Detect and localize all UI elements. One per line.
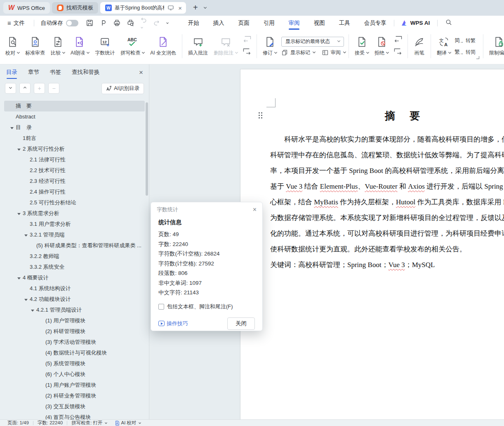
tips-link[interactable]: 操作技巧 — [158, 320, 188, 327]
track-changes-button[interactable]: 修订 — [260, 34, 280, 59]
menu-reference[interactable]: 引用 — [263, 16, 276, 30]
menu-insert[interactable]: 插入 — [212, 16, 225, 30]
menu-view[interactable]: 视图 — [313, 16, 326, 30]
ai-proofread-status[interactable]: AI 校对 — [111, 420, 145, 426]
toc-item[interactable]: 2.3 经济可行性 — [4, 176, 145, 187]
review-pane-button[interactable]: 审阅 — [322, 49, 346, 56]
standard-review-button[interactable]: 标准审查 — [22, 34, 48, 59]
spellcheck-status[interactable]: 拼写检查: 打开 — [67, 420, 111, 426]
autosave-toggle[interactable] — [66, 20, 78, 26]
previous-heading-button[interactable] — [19, 83, 31, 94]
ai-detect-toc-button[interactable]: AI识别目录 — [101, 83, 144, 94]
close-button[interactable]: 关闭 — [227, 317, 255, 330]
collapse-arrow-icon[interactable] — [24, 234, 28, 237]
toc-item[interactable]: (3) 交互反馈模块 — [4, 401, 145, 412]
next-heading-button[interactable] — [5, 83, 16, 94]
collapse-arrow-icon[interactable] — [31, 310, 34, 312]
print-icon[interactable] — [113, 19, 121, 27]
compare-button[interactable]: 比较 — [48, 34, 68, 59]
collapse-arrow-icon[interactable] — [10, 127, 14, 129]
toc-item[interactable]: (4) 数据统计与可视化模块 — [4, 348, 145, 358]
collapse-arrow-icon[interactable] — [17, 277, 21, 279]
toc-item[interactable]: 3.2.1 管理员端 — [4, 230, 145, 240]
menu-home[interactable]: 开始 — [187, 16, 200, 30]
toc-item[interactable]: 3.3.2 系统安全 — [4, 262, 145, 272]
file-menu[interactable]: ≡文件 — [0, 19, 31, 27]
tab-document[interactable]: W 基于Spring Boot的高校科研 × — [100, 2, 186, 14]
next-change-icon[interactable] — [393, 48, 403, 57]
tab-wps-office[interactable]: W WPS Office — [3, 2, 50, 14]
toc-item[interactable]: 4.1 系统结构设计 — [4, 283, 145, 294]
word-count-button[interactable]: 12 字数统计 — [92, 34, 118, 59]
tab-preview-icon[interactable] — [167, 5, 174, 11]
menu-page[interactable]: 页面 — [238, 16, 250, 30]
toc-item[interactable]: 2.2 技术可行性 — [4, 165, 145, 176]
dialog-close-icon[interactable]: × — [253, 206, 257, 213]
translate-group-launcher-icon[interactable] — [476, 56, 479, 59]
toc-item[interactable]: 4 概要设计 — [4, 272, 145, 283]
tab-docer-template[interactable]: 找稻壳模板 — [52, 2, 98, 14]
document-page[interactable]: 摘 要 科研水平是高校的软实力的重要体现部分，随着高校科研项目的增多，传统科研管… — [240, 69, 504, 419]
toc-item[interactable]: 2.5 可行性分析结论 — [4, 197, 145, 208]
ink-pen-button[interactable]: 画笔 — [411, 34, 428, 59]
show-markup-button[interactable]: 显示标记 — [281, 49, 315, 56]
to-simplified-button[interactable]: 繁→ 转简 — [455, 48, 476, 56]
sidebar-scrollbar[interactable] — [146, 102, 148, 196]
toc-item[interactable]: (2) 科研管理模块 — [4, 326, 145, 337]
collapse-arrow-icon[interactable] — [17, 213, 21, 215]
next-comment-icon[interactable] — [243, 48, 252, 57]
collapse-arrow-icon[interactable] — [24, 299, 28, 301]
drag-handle-icon[interactable] — [259, 112, 263, 118]
redo-icon[interactable] — [153, 19, 160, 26]
to-traditional-button[interactable]: 简→ 转繁 — [455, 37, 476, 44]
ai-read-aloud-button[interactable]: AI朗读 — [68, 34, 92, 59]
menu-review[interactable]: 审阅 — [288, 16, 301, 30]
new-tab-button[interactable]: + — [188, 3, 202, 13]
toc-item[interactable]: (1) 用户账户管理模块 — [4, 380, 145, 390]
expand-button[interactable]: + — [34, 83, 45, 94]
toc-item[interactable]: (1) 用户管理模块 — [4, 315, 145, 326]
insert-comment-button[interactable]: 插入批注 — [185, 34, 211, 59]
sidebar-tab-chapters[interactable]: 章节 — [28, 66, 40, 79]
redo-dropdown-icon[interactable] — [166, 21, 169, 24]
spell-check-button[interactable]: ABC 拼写检查 — [118, 34, 147, 59]
wps-ai-button[interactable]: WPS AI — [401, 20, 430, 26]
toc-item[interactable]: (6) 个人中心模块 — [4, 369, 145, 380]
save-icon[interactable] — [86, 19, 94, 27]
toc-item[interactable]: 3.2.2 教师端 — [4, 251, 145, 262]
tab-close-icon[interactable]: × — [177, 5, 183, 11]
proofread-button[interactable]: 校对 — [2, 34, 22, 59]
delete-comment-button[interactable]: 删除批注 — [211, 34, 240, 59]
collapse-arrow-icon[interactable] — [17, 149, 21, 151]
toc-item[interactable]: Abstract — [4, 111, 145, 122]
toc-item[interactable]: 4.2 功能模块设计 — [4, 294, 145, 305]
print-preview-icon[interactable] — [127, 19, 134, 27]
toc-item[interactable]: (3) 学术活动管理模块 — [4, 337, 145, 348]
collapse-button[interactable]: − — [48, 83, 59, 94]
word-count-indicator[interactable]: 字数: 22240 — [33, 420, 67, 426]
toc-item[interactable]: 3 系统需求分析 — [4, 208, 145, 219]
menu-tools[interactable]: 工具 — [338, 16, 351, 30]
toc-item[interactable]: 1前言 — [4, 133, 145, 144]
toc-item[interactable]: 2 系统可行性分析 — [4, 144, 145, 154]
undo-icon[interactable] — [140, 17, 147, 30]
page-indicator[interactable]: 页面: 1/49 — [3, 420, 33, 426]
include-textbox-checkbox[interactable] — [158, 304, 164, 310]
markup-state-select[interactable]: 显示标记的最终状态 — [281, 37, 344, 47]
search-icon[interactable] — [445, 19, 452, 27]
previous-change-icon[interactable] — [393, 36, 403, 45]
sidebar-tab-contents[interactable]: 目录 — [6, 66, 18, 79]
toc-item[interactable]: (2) 科研业务管理模块 — [4, 390, 145, 401]
document-body[interactable]: 科研水平是高校的软实力的重要体现部分，随着高校科研项目的增多，传统科研管理中存在… — [270, 132, 504, 273]
tab-list-dropdown-icon[interactable] — [204, 5, 207, 8]
sidebar-close-icon[interactable]: × — [139, 69, 143, 76]
export-pdf-icon[interactable] — [99, 19, 107, 27]
reject-change-button[interactable]: 拒绝 — [372, 34, 391, 59]
previous-comment-icon[interactable] — [243, 36, 252, 45]
toc-item[interactable]: 4.2.1 管理员端设计 — [4, 305, 145, 315]
toc-item[interactable]: 2.1 法律可行性 — [4, 154, 145, 165]
sidebar-tab-bookmarks[interactable]: 书签 — [49, 66, 61, 79]
menu-member[interactable]: 会员专享 — [363, 16, 387, 30]
toc-item[interactable]: 摘 要 — [4, 101, 145, 111]
toc-item[interactable]: 2.4 操作可行性 — [4, 187, 145, 197]
